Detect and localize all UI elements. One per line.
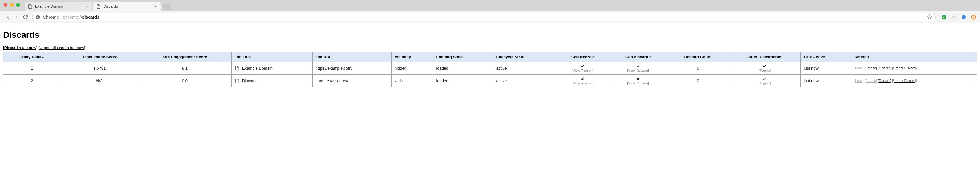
cell-actions: [Load] [Freeze] [Discard] [Urgent Discar…	[851, 74, 977, 87]
action-discard[interactable]: [Discard]	[878, 66, 891, 70]
cell-can-discard: ✔[View Reason]	[609, 62, 667, 74]
discards-table: Utility Rank▲ Reactivation Score Site En…	[3, 52, 977, 87]
extension-icon-1[interactable]	[941, 14, 947, 20]
reload-icon	[23, 14, 28, 20]
col-reactivation-score[interactable]: Reactivation Score	[60, 52, 138, 62]
action-freeze[interactable]: [Freeze]	[865, 66, 877, 70]
cell-can-freeze: ✘[View Reason]	[556, 74, 609, 87]
page-heading: Discards	[3, 30, 977, 40]
window-close-button[interactable]	[4, 3, 7, 7]
cell-auto-discardable: ✔[Toggle]	[729, 74, 800, 87]
tab-title-text: Discards	[242, 79, 258, 83]
cell-rank: 1	[3, 62, 61, 74]
view-reason-link[interactable]: [View Reason]	[612, 69, 664, 72]
cell-loading: loaded	[433, 74, 493, 87]
cell-lifecycle: active	[493, 74, 556, 87]
tabs-container: Example Domain × Discards ×	[25, 0, 170, 11]
omnibox-url-gray: chrome://	[63, 14, 82, 20]
forward-button[interactable]	[12, 13, 21, 22]
svg-marker-2	[928, 14, 932, 19]
page-content: Discards [Discard a tab now] [Urgent dis…	[0, 23, 980, 90]
view-reason-link[interactable]: [View Reason]	[559, 69, 606, 72]
file-icon	[28, 4, 33, 9]
cell-loading: loaded	[433, 62, 493, 74]
col-auto-discardable[interactable]: Auto Discardable	[729, 52, 800, 62]
table-row: 11.57818.1Example Domainhttps://example.…	[3, 62, 977, 74]
extension-icons	[941, 14, 976, 20]
cell-actions: [Load] [Freeze] [Discard] [Urgent Discar…	[851, 62, 977, 74]
cross-icon: ✘	[559, 77, 606, 81]
cell-discard-count: 0	[667, 74, 729, 87]
action-discard[interactable]: [Discard]	[878, 79, 891, 82]
chrome-page-icon	[35, 15, 40, 20]
col-can-discard[interactable]: Can discard?	[609, 52, 667, 62]
browser-toolbar: Chrome | chrome://discards	[0, 11, 980, 23]
col-tab-title[interactable]: Tab Title	[232, 52, 312, 62]
col-tab-url[interactable]: Tab URL	[312, 52, 391, 62]
col-discard-count[interactable]: Discard Count	[667, 52, 729, 62]
browser-tab-strip: Example Domain × Discards ×	[0, 0, 980, 11]
window-maximize-button[interactable]	[16, 3, 20, 7]
cell-reactivation: N/A	[60, 74, 138, 87]
discard-tab-now-link[interactable]: [Discard a tab now]	[3, 46, 37, 50]
file-icon	[235, 66, 240, 71]
browser-tab-1[interactable]: Discards ×	[93, 2, 161, 11]
check-icon: ✔	[732, 64, 797, 69]
check-icon: ✔	[559, 64, 606, 69]
toggle-link[interactable]: [Toggle]	[732, 81, 797, 85]
bookmark-star-icon[interactable]	[927, 14, 932, 20]
top-actions: [Discard a tab now] [Urgent discard a ta…	[3, 46, 977, 50]
view-reason-link[interactable]: [View Reason]	[559, 81, 606, 85]
svg-rect-4	[952, 16, 956, 18]
back-button[interactable]	[4, 13, 12, 22]
col-loading-state[interactable]: Loading State	[433, 52, 493, 62]
table-header-row: Utility Rank▲ Reactivation Score Site En…	[3, 52, 977, 62]
cell-last-active: just now	[801, 62, 851, 74]
omnibox-prefix: Chrome	[43, 14, 59, 20]
new-tab-button[interactable]	[162, 4, 171, 10]
sort-arrow-icon: ▲	[41, 55, 45, 59]
reload-button[interactable]	[21, 13, 30, 22]
cell-reactivation: 1.5781	[60, 62, 138, 74]
omnibox-separator: |	[60, 14, 62, 20]
action-load: [Load]	[854, 66, 864, 70]
tab-title: Discards	[103, 4, 153, 9]
tab-close-icon[interactable]: ×	[85, 4, 89, 9]
action-urgent-discard[interactable]: [Urgent Discard]	[892, 79, 916, 82]
check-icon: ✔	[612, 64, 664, 69]
cross-icon: ✘	[612, 77, 664, 81]
address-bar[interactable]: Chrome | chrome://discards	[32, 13, 936, 22]
col-lifecycle-state[interactable]: Lifecycle State	[493, 52, 556, 62]
extension-icon-4[interactable]	[971, 14, 976, 20]
col-actions[interactable]: Actions	[851, 52, 977, 62]
toggle-link[interactable]: [Toggle]	[732, 69, 797, 72]
table-row: 2N/A0.0Discardschrome://discards/visible…	[3, 74, 977, 87]
col-site-engagement-score[interactable]: Site Engagement Score	[138, 52, 231, 62]
action-freeze: [Freeze]	[865, 79, 877, 82]
browser-tab-0[interactable]: Example Domain ×	[25, 2, 92, 11]
cell-rank: 2	[3, 74, 61, 87]
file-icon	[235, 78, 240, 83]
tab-title-text: Example Domain	[242, 66, 272, 71]
cell-auto-discardable: ✔[Toggle]	[729, 62, 800, 74]
cell-tab-title: Example Domain	[232, 62, 312, 74]
cell-tab-url: chrome://discards/	[312, 74, 391, 87]
action-load: [Load]	[854, 79, 864, 82]
view-reason-link[interactable]: [View Reason]	[612, 81, 664, 85]
urgent-discard-tab-now-link[interactable]: [Urgent discard a tab now]	[38, 46, 85, 50]
action-urgent-discard[interactable]: [Urgent Discard]	[892, 66, 916, 70]
tab-close-icon[interactable]: ×	[153, 4, 158, 9]
col-can-freeze[interactable]: Can freeze?	[556, 52, 609, 62]
col-utility-rank[interactable]: Utility Rank▲	[3, 52, 61, 62]
svg-point-6	[973, 16, 974, 18]
extension-icon-2[interactable]	[951, 14, 957, 20]
arrow-left-icon	[5, 14, 11, 20]
window-minimize-button[interactable]	[10, 3, 14, 7]
cell-visibility: visible	[391, 74, 433, 87]
col-last-active[interactable]: Last Active	[801, 52, 851, 62]
cell-tab-url: https://example.com/	[312, 62, 391, 74]
cell-lifecycle: active	[493, 62, 556, 74]
extension-icon-3[interactable]	[961, 14, 966, 20]
col-visibility[interactable]: Visibility	[391, 52, 433, 62]
cell-discard-count: 0	[667, 62, 729, 74]
